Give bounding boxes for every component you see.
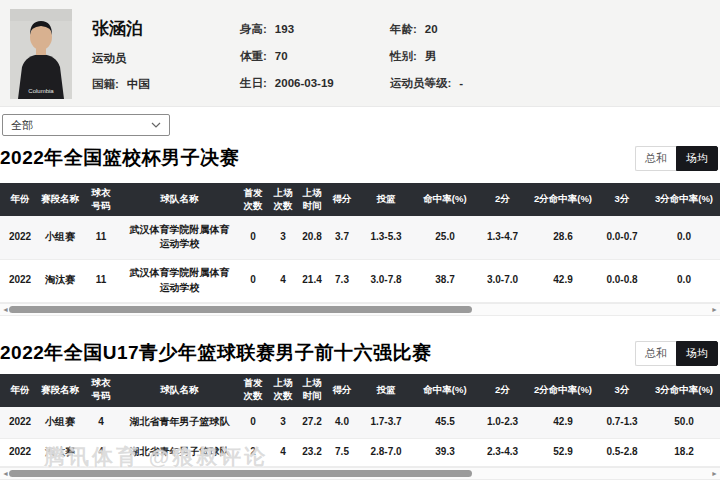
birthday-label: 生日: bbox=[240, 77, 267, 89]
cell: 28.6 bbox=[530, 216, 596, 259]
chevron-down-icon bbox=[151, 122, 161, 128]
cell: 0.0 bbox=[648, 216, 720, 259]
cell: 1.3-4.7 bbox=[475, 216, 530, 259]
scroll-right-arrow-icon[interactable]: ► bbox=[711, 305, 718, 315]
cell: 4 bbox=[269, 259, 297, 302]
table-row: 2022 淘汰赛 4 湖北省青年男子篮球队 2 4 23.2 7.5 2.8-7… bbox=[0, 439, 720, 467]
table-header-row: 年份 赛段名称 球衣 号码 球队名称 首发 次数 上场 次数 上场 时间 得分 … bbox=[0, 374, 720, 407]
player-level: 运动员等级:- bbox=[390, 76, 590, 91]
page-bottom-hscrollbar[interactable]: ◄ ► bbox=[0, 467, 720, 480]
height-value: 193 bbox=[275, 23, 294, 35]
nationality-value: 中国 bbox=[127, 78, 150, 90]
gender-value: 男 bbox=[425, 50, 437, 62]
cell: 小组赛 bbox=[40, 216, 80, 259]
cell: 2022 bbox=[0, 259, 40, 302]
table-1-hscrollbar[interactable]: ◄ ► bbox=[0, 303, 720, 316]
competition-filter-select[interactable]: 全部 bbox=[2, 114, 170, 136]
col-points: 得分 bbox=[327, 374, 357, 407]
sum-button[interactable]: 总和 bbox=[635, 146, 676, 171]
cell: 1.0-2.3 bbox=[475, 407, 530, 439]
scroll-right-arrow-icon[interactable]: ► bbox=[711, 469, 718, 479]
cell: 4 bbox=[269, 439, 297, 467]
profile-stats-col-1: 身高:193 体重:70 生日:2006-03-19 bbox=[240, 9, 388, 106]
col-jersey: 球衣 号码 bbox=[80, 183, 122, 216]
section-2-title: 2022年全国U17青少年篮球联赛男子前十六强比赛 bbox=[0, 340, 720, 366]
col-team: 球队名称 bbox=[122, 374, 237, 407]
table-header-row: 年份 赛段名称 球衣 号码 球队名称 首发 次数 上场 次数 上场 时间 得分 … bbox=[0, 183, 720, 216]
birthday-value: 2006-03-19 bbox=[275, 77, 334, 89]
col-minutes: 上场 时间 bbox=[297, 374, 327, 407]
cell: 45.5 bbox=[415, 407, 475, 439]
cell: 18.2 bbox=[648, 439, 720, 467]
col-2p: 2分 bbox=[475, 183, 530, 216]
cell: 淘汰赛 bbox=[40, 259, 80, 302]
cell: 3.0-7.8 bbox=[357, 259, 415, 302]
player-weight: 体重:70 bbox=[240, 49, 388, 64]
cell: 3.7 bbox=[327, 216, 357, 259]
cell: 25.0 bbox=[415, 216, 475, 259]
scroll-left-arrow-icon[interactable]: ◄ bbox=[2, 469, 9, 479]
cell: 0 bbox=[237, 407, 269, 439]
cell: 27.2 bbox=[297, 407, 327, 439]
table-row: 2022 淘汰赛 11 武汉体育学院附属体育运动学校 0 4 21.4 7.3 … bbox=[0, 259, 720, 302]
profile-identity: 张涵泊 运动员 国籍:中国 bbox=[92, 9, 230, 106]
avg-button[interactable]: 场均 bbox=[676, 146, 718, 171]
cell: 42.9 bbox=[530, 407, 596, 439]
cell: 7.5 bbox=[327, 439, 357, 467]
col-jersey: 球衣 号码 bbox=[80, 374, 122, 407]
player-photo: Columbia bbox=[10, 9, 72, 99]
height-label: 身高: bbox=[240, 23, 267, 35]
section-1-header: 2022年全国篮校杯男子决赛 总和 场均 bbox=[0, 145, 720, 171]
col-fg: 投篮 bbox=[357, 183, 415, 216]
col-3p: 3分 bbox=[596, 183, 648, 216]
col-starts: 首发 次数 bbox=[237, 183, 269, 216]
profile-stats-col-2: 年龄:20 性别:男 运动员等级:- bbox=[390, 9, 590, 106]
cell: 湖北省青年男子篮球队 bbox=[122, 407, 237, 439]
cell: 0.5-2.8 bbox=[596, 439, 648, 467]
scrollbar-thumb[interactable] bbox=[9, 306, 472, 313]
level-value: - bbox=[459, 77, 463, 89]
weight-label: 体重: bbox=[240, 50, 267, 62]
cell: 0 bbox=[237, 259, 269, 302]
cell: 2022 bbox=[0, 407, 40, 439]
nationality-label: 国籍: bbox=[92, 78, 119, 90]
cell: 淘汰赛 bbox=[40, 439, 80, 467]
player-name: 张涵泊 bbox=[92, 17, 230, 40]
player-gender: 性别:男 bbox=[390, 49, 590, 64]
player-birthday: 生日:2006-03-19 bbox=[240, 76, 388, 91]
cell: 2022 bbox=[0, 439, 40, 467]
avg-button[interactable]: 场均 bbox=[676, 341, 718, 366]
col-2p-pct: 2分命中率(%) bbox=[530, 183, 596, 216]
table-row: 2022 小组赛 11 武汉体育学院附属体育运动学校 0 3 20.8 3.7 … bbox=[0, 216, 720, 259]
sum-button[interactable]: 总和 bbox=[635, 341, 676, 366]
table-row: 2022 小组赛 4 湖北省青年男子篮球队 0 3 27.2 4.0 1.7-3… bbox=[0, 407, 720, 439]
scrollbar-thumb[interactable] bbox=[9, 470, 472, 477]
cell: 2 bbox=[237, 439, 269, 467]
cell: 2.8-7.0 bbox=[357, 439, 415, 467]
player-age: 年龄:20 bbox=[390, 22, 590, 37]
col-2p: 2分 bbox=[475, 374, 530, 407]
cell: 0.0 bbox=[648, 259, 720, 302]
section-2-toggle: 总和 场均 bbox=[635, 341, 718, 366]
age-value: 20 bbox=[425, 23, 438, 35]
col-year: 年份 bbox=[0, 183, 40, 216]
col-minutes: 上场 时间 bbox=[297, 183, 327, 216]
col-year: 年份 bbox=[0, 374, 40, 407]
svg-text:Columbia: Columbia bbox=[28, 88, 54, 94]
cell: 3 bbox=[269, 407, 297, 439]
player-role: 运动员 bbox=[92, 51, 230, 66]
scroll-left-arrow-icon[interactable]: ◄ bbox=[2, 305, 9, 315]
cell: 38.7 bbox=[415, 259, 475, 302]
cell: 2.3-4.3 bbox=[475, 439, 530, 467]
player-photo-illustration: Columbia bbox=[10, 9, 72, 99]
col-2p-pct: 2分命中率(%) bbox=[530, 374, 596, 407]
stats-table-2: 年份 赛段名称 球衣 号码 球队名称 首发 次数 上场 次数 上场 时间 得分 … bbox=[0, 374, 720, 468]
cell: 4.0 bbox=[327, 407, 357, 439]
cell: 4 bbox=[80, 439, 122, 467]
cell: 0.7-1.3 bbox=[596, 407, 648, 439]
cell: 0.0-0.8 bbox=[596, 259, 648, 302]
section-2-header: 2022年全国U17青少年篮球联赛男子前十六强比赛 总和 场均 bbox=[0, 340, 720, 366]
stats-table-1: 年份 赛段名称 球衣 号码 球队名称 首发 次数 上场 次数 上场 时间 得分 … bbox=[0, 183, 720, 303]
col-stage: 赛段名称 bbox=[40, 374, 80, 407]
cell: 11 bbox=[80, 259, 122, 302]
